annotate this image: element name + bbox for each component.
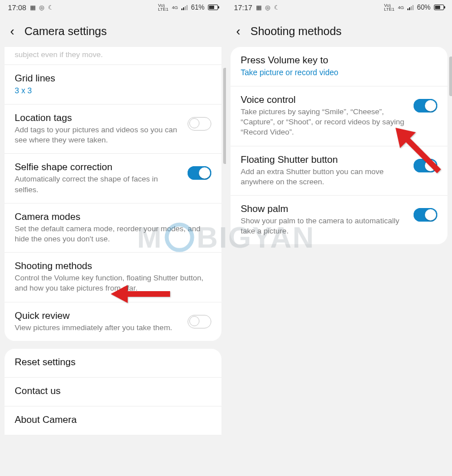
row-location-tags[interactable]: Location tags Add tags to your pictures … — [5, 105, 221, 154]
settings-card-main: subject even if they move. Grid lines 3 … — [5, 47, 221, 341]
row-title: Press Volume key to — [241, 55, 437, 66]
toggle-voice-control[interactable] — [414, 99, 437, 112]
status-time: 17:08 — [8, 3, 27, 12]
toggle-location-tags[interactable] — [188, 117, 211, 131]
row-sub: Add tags to your pictures and videos so … — [15, 125, 181, 145]
back-icon[interactable]: ‹ — [236, 25, 240, 38]
row-title: Quick review — [15, 310, 181, 322]
row-sub: View pictures immediately after you take… — [15, 323, 181, 333]
status-bar: 17:08 ▦ ◎ ☾ Vo) LTE1 4G 61% — [0, 0, 226, 15]
row-title: Location tags — [15, 112, 181, 124]
toggle-selfie-shape[interactable] — [188, 166, 211, 180]
toggle-floating-shutter[interactable] — [414, 159, 437, 172]
settings-card-footer: Reset settings Contact us About Camera — [5, 349, 221, 435]
row-title: Floating Shutter button — [241, 154, 407, 166]
row-quick-review[interactable]: Quick review View pictures immediately a… — [5, 302, 221, 341]
page-header: ‹ Shooting methods — [226, 15, 452, 47]
settings-card: Press Volume key to Take picture or reco… — [231, 47, 447, 244]
toggle-quick-review[interactable] — [188, 315, 211, 328]
row-title: Contact us — [15, 386, 211, 397]
row-voice-control[interactable]: Voice control Take pictures by saying “S… — [231, 86, 447, 146]
row-sub: Automatically correct the shape of faces… — [15, 174, 181, 194]
network-label: Vo) LTE1 — [158, 3, 169, 11]
scrollbar[interactable] — [449, 57, 452, 96]
row-sub: Take pictures by saying “Smile”, “Cheese… — [241, 107, 407, 138]
toggle-show-palm[interactable] — [414, 208, 437, 222]
battery-percent: 60% — [417, 3, 431, 11]
row-title: Grid lines — [15, 73, 211, 84]
row-title: Show palm — [241, 204, 407, 215]
moon-icon: ☾ — [48, 4, 54, 11]
signal-type: 4G — [172, 6, 178, 10]
row-title: Voice control — [241, 94, 407, 106]
row-title: Reset settings — [15, 357, 211, 368]
row-sub: 3 x 3 — [15, 85, 211, 96]
row-about-camera[interactable]: About Camera — [5, 406, 221, 435]
gallery-icon: ▦ — [256, 4, 262, 11]
battery-icon — [434, 5, 444, 10]
page-header: ‹ Camera settings — [0, 15, 226, 47]
signal-icon — [181, 5, 188, 10]
row-floating-shutter[interactable]: Floating Shutter button Add an extra Shu… — [231, 146, 447, 196]
row-sub: Take picture or record video — [241, 67, 437, 78]
row-sub: Control the Volume key function, floatin… — [15, 273, 211, 293]
watermark-pre: M — [137, 220, 163, 254]
watermark-o-icon — [165, 223, 194, 252]
watermark: M BIGYAN — [137, 220, 315, 254]
row-sub: Add an extra Shutter button you can move… — [241, 167, 407, 187]
page-title: Camera settings — [24, 25, 107, 38]
row-shooting-methods[interactable]: Shooting methods Control the Volume key … — [5, 253, 221, 302]
camera-icon: ◎ — [265, 4, 271, 11]
row-title: About Camera — [15, 414, 211, 426]
row-reset-settings[interactable]: Reset settings — [5, 349, 221, 378]
back-icon[interactable]: ‹ — [10, 25, 14, 38]
truncated-prev-item: subject even if they move. — [5, 50, 221, 65]
signal-type: 4G — [398, 6, 404, 10]
battery-icon — [208, 5, 218, 10]
status-time: 17:17 — [234, 3, 253, 12]
gallery-icon: ▦ — [30, 4, 36, 11]
row-title: Selfie shape correction — [15, 162, 181, 173]
moon-icon: ☾ — [274, 4, 280, 11]
status-bar: 17:17 ▦ ◎ ☾ Vo) LTE1 4G 60% — [226, 0, 452, 15]
camera-icon: ◎ — [39, 4, 45, 11]
row-title: Shooting methods — [15, 261, 211, 272]
page-title: Shooting methods — [250, 25, 341, 38]
row-selfie-shape[interactable]: Selfie shape correction Automatically co… — [5, 154, 221, 203]
signal-icon — [407, 5, 414, 10]
row-contact-us[interactable]: Contact us — [5, 378, 221, 406]
row-grid-lines[interactable]: Grid lines 3 x 3 — [5, 65, 221, 105]
watermark-post: BIGYAN — [197, 220, 315, 254]
row-volume-key[interactable]: Press Volume key to Take picture or reco… — [231, 47, 447, 86]
battery-percent: 61% — [191, 3, 205, 11]
network-label: Vo) LTE1 — [384, 3, 395, 11]
